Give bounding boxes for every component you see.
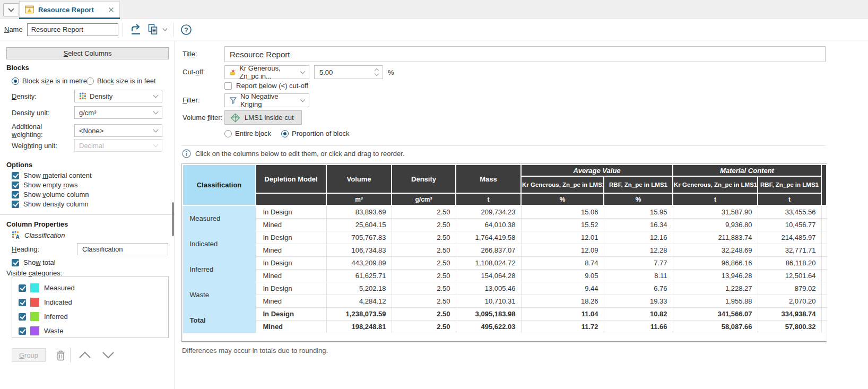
visible-categories-label: Visible categories:	[6, 269, 62, 277]
section-divider	[0, 214, 175, 215]
column-header-mat-kr[interactable]: Kr Generous, Zn_pc in LMS1	[673, 176, 758, 193]
volume-filter-label: Volume filter:	[183, 114, 222, 122]
classification-cell: Inferred	[183, 256, 256, 282]
weighting-unit-dropdown: Decimal	[74, 139, 162, 152]
unit-mat-rbf: t	[758, 193, 821, 205]
proportion-of-block-radio[interactable]: Proportion of block	[281, 129, 349, 137]
checkbox-checked	[12, 181, 19, 189]
column-header-volume[interactable]: Volume	[326, 165, 392, 193]
selected-column-item: A Classification	[12, 231, 65, 239]
move-up-button[interactable]	[75, 348, 94, 362]
empty-row	[183, 333, 827, 341]
spinner-arrows[interactable]	[373, 69, 380, 75]
show-material-content-checkbox[interactable]: Show material content	[12, 171, 92, 179]
report-settings-panel: Title: Cut-off: Kr Generous, Zn_pc in...…	[176, 41, 868, 389]
delete-button[interactable]	[53, 348, 68, 362]
additional-weighting-dropdown[interactable]: <None>	[74, 124, 162, 137]
toolbar-separator	[123, 23, 123, 37]
block-size-feet-radio[interactable]: Block size is in feet	[86, 77, 156, 85]
category-color-swatch	[30, 326, 39, 335]
report-icon	[25, 5, 34, 14]
export-button[interactable]	[127, 22, 144, 38]
chevron-down-icon	[162, 28, 168, 32]
tab-list-button[interactable]	[3, 3, 19, 16]
filter-icon	[229, 96, 237, 105]
copy-options-chevron[interactable]	[161, 22, 169, 38]
column-header-avg-kr[interactable]: Kr Generous, Zn_pc in LMS1	[521, 176, 604, 193]
heading-input[interactable]	[77, 243, 168, 255]
radio-selected	[281, 130, 289, 137]
column-header-mass[interactable]: Mass	[456, 165, 521, 193]
table-row: Mined 61,625.71 2.50 154,064.28 9.05 8.1…	[183, 269, 827, 282]
close-icon[interactable]	[108, 7, 114, 13]
select-columns-button[interactable]: Select Columns	[6, 47, 169, 59]
classification-cell: Indicated	[183, 231, 256, 256]
chevron-down-icon	[300, 69, 306, 74]
show-empty-rows-checkbox[interactable]: Show empty rows	[12, 181, 78, 189]
column-group-average-value: Average Value	[521, 165, 673, 176]
column-header-mat-rbf[interactable]: RBF, Zn_pc in LMS1	[758, 176, 821, 193]
checkbox-checked	[19, 327, 26, 335]
radio-unselected	[224, 130, 232, 137]
export-icon	[129, 23, 142, 36]
chevron-down-icon	[153, 127, 159, 133]
checkbox-checked	[12, 191, 19, 198]
classification-cell: Total	[183, 307, 256, 333]
toolbar-separator	[173, 23, 173, 37]
numeric-column-icon	[79, 92, 86, 100]
checkbox-checked	[12, 201, 19, 208]
radio-unselected	[86, 77, 94, 85]
category-item-waste[interactable]: Waste	[12, 324, 168, 338]
name-input[interactable]	[27, 23, 118, 36]
column-header-depletion-model[interactable]: Depletion Model	[256, 165, 326, 193]
density-label: Density:	[12, 92, 74, 100]
volume-filter-button[interactable]: LMS1 inside cut	[224, 110, 302, 125]
tab-resource-report[interactable]: Resource Report	[19, 1, 120, 18]
cutoff-estimator-dropdown[interactable]: Kr Generous, Zn_pc in...	[224, 65, 309, 79]
column-header-classification[interactable]: Classification	[183, 165, 256, 205]
cutoff-value-spinner[interactable]: 5.00	[314, 65, 383, 79]
density-dropdown[interactable]: Density	[74, 90, 162, 102]
category-item-indicated[interactable]: Indicated	[12, 295, 168, 309]
sidebar: Select Columns Blocks Block size is in m…	[0, 41, 175, 389]
table-row-total: Total In Design 1,238,073.59 2.50 3,095,…	[183, 307, 827, 320]
title-label: Title:	[183, 50, 197, 58]
report-table: Classification Depletion Model Volume De…	[181, 163, 827, 342]
column-group-material-content: Material Content	[673, 165, 821, 176]
show-total-checkbox[interactable]: Show total	[12, 258, 56, 266]
help-button[interactable]: ?	[178, 22, 195, 38]
checkbox-checked	[19, 284, 26, 292]
entire-block-radio[interactable]: Entire block	[224, 129, 271, 137]
title-input[interactable]	[224, 46, 826, 62]
visible-categories-list: Measured Indicated Inferred Waste	[12, 276, 169, 338]
copy-button[interactable]	[144, 22, 161, 38]
info-icon	[182, 149, 191, 158]
density-unit-dropdown[interactable]: g/cm³	[74, 106, 162, 119]
svg-text:A: A	[15, 234, 19, 239]
category-item-measured[interactable]: Measured	[12, 281, 168, 295]
category-item-inferred[interactable]: Inferred	[12, 309, 168, 324]
svg-text:?: ?	[184, 26, 188, 33]
cutoff-label: Cut-off:	[183, 68, 205, 76]
column-header-density[interactable]: Density	[392, 165, 456, 193]
cutoff-unit-label: %	[388, 68, 394, 76]
table-row-total: Mined 198,248.81 2.50 495,622.03 11.72 1…	[183, 320, 827, 333]
table-row: Waste In Design 5,202.18 2.50 13,005.46 …	[183, 282, 827, 295]
show-volume-column-checkbox[interactable]: Show volume column	[12, 191, 89, 198]
tab-title: Resource Report	[38, 6, 104, 14]
block-size-metres-radio[interactable]: Block size is in metres	[12, 77, 91, 85]
filter-dropdown[interactable]: No Negative Kriging	[224, 93, 309, 107]
weighting-unit-label: Weighting unit:	[12, 142, 74, 150]
sidebar-scrollbar[interactable]	[172, 202, 174, 236]
show-density-column-checkbox[interactable]: Show density column	[12, 200, 89, 208]
category-color-swatch	[30, 312, 39, 321]
move-down-button[interactable]	[99, 348, 118, 362]
table-row: Indicated In Design 705,767.83 2.50 1,76…	[183, 231, 827, 244]
column-header-avg-rbf[interactable]: RBF, Zn_pc in LMS1	[604, 176, 673, 193]
unit-volume: m³	[326, 193, 392, 205]
group-button: Group	[12, 348, 46, 362]
density-unit-label: Density unit:	[12, 109, 74, 117]
report-below-checkbox[interactable]: Report below (<) cut-off	[224, 82, 308, 90]
column-properties-heading: Column Properties	[6, 220, 68, 228]
unit-mass: t	[456, 193, 521, 205]
